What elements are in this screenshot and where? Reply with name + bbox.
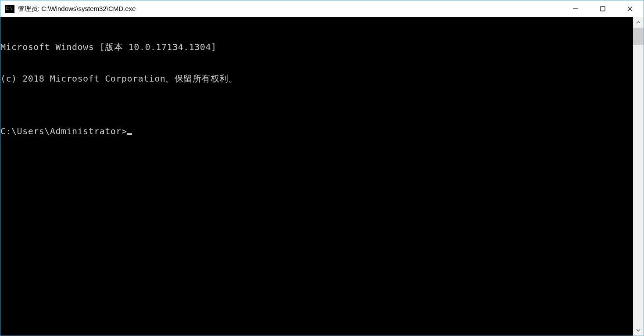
terminal-container: Microsoft Windows [版本 10.0.17134.1304] (… (0, 17, 644, 336)
minimize-icon (572, 6, 579, 12)
terminal-prompt-line: C:\Users\Administrator> (0, 126, 633, 136)
terminal-line-version: Microsoft Windows [版本 10.0.17134.1304] (0, 42, 633, 52)
terminal-prompt: C:\Users\Administrator> (0, 126, 127, 136)
scrollbar-thumb[interactable] (633, 28, 644, 45)
terminal-line-copyright: (c) 2018 Microsoft Corporation。保留所有权利。 (0, 73, 633, 84)
terminal-output[interactable]: Microsoft Windows [版本 10.0.17134.1304] (… (0, 17, 633, 336)
minimize-button[interactable] (562, 0, 589, 17)
vertical-scrollbar[interactable] (633, 17, 644, 336)
cmd-icon (5, 5, 14, 13)
chevron-up-icon (636, 20, 640, 25)
scrollbar-track[interactable] (633, 28, 644, 325)
maximize-button[interactable] (589, 0, 616, 17)
maximize-icon (600, 6, 606, 12)
window-title: 管理员: C:\Windows\system32\CMD.exe (18, 5, 562, 13)
terminal-cursor (127, 133, 132, 135)
close-button[interactable] (616, 0, 644, 17)
chevron-down-icon (636, 328, 640, 332)
scrollbar-down-button[interactable] (633, 325, 644, 336)
close-icon (627, 6, 633, 12)
svg-rect-1 (601, 7, 605, 11)
window-controls (562, 0, 644, 17)
titlebar[interactable]: 管理员: C:\Windows\system32\CMD.exe (0, 0, 644, 17)
scrollbar-up-button[interactable] (633, 17, 644, 28)
cmd-window: 管理员: C:\Windows\system32\CMD.exe (0, 0, 644, 336)
